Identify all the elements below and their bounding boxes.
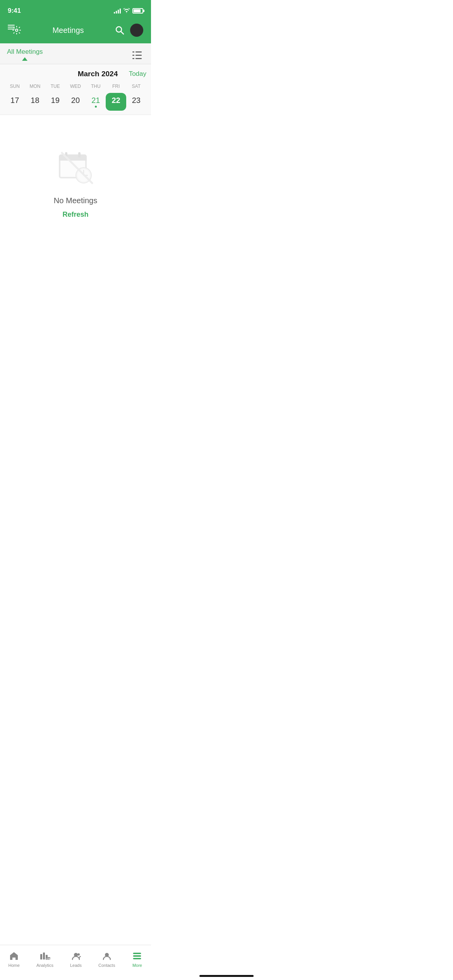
status-time: 9:41 [8, 7, 21, 15]
svg-rect-3 [136, 55, 142, 56]
header-right [115, 24, 143, 37]
calendar-day-19[interactable]: 19 [45, 93, 65, 111]
month-year-label: March 2024 [67, 70, 129, 78]
svg-rect-5 [132, 51, 134, 53]
main-content: No Meetings Refresh [0, 115, 151, 281]
user-avatar[interactable] [130, 24, 143, 37]
signal-icon [114, 8, 121, 14]
svg-rect-4 [136, 58, 142, 59]
filter-selector[interactable]: All Meetings [7, 48, 43, 64]
search-button[interactable] [115, 25, 125, 35]
calendar: March 2024 Today SUN MON TUE WED THU FRI… [0, 64, 151, 115]
svg-point-1 [116, 27, 122, 32]
calendar-day-17[interactable]: 17 [5, 93, 25, 111]
day-header-wed: WED [65, 82, 86, 91]
refresh-button[interactable]: Refresh [62, 211, 88, 219]
day-header-mon: MON [25, 82, 45, 91]
page-title: Meetings [52, 26, 84, 35]
calendar-day-20[interactable]: 20 [65, 93, 86, 111]
header-left [8, 23, 22, 37]
list-icon [132, 51, 142, 60]
day-header-fri: FRI [106, 82, 126, 91]
calendar-day-23[interactable]: 23 [126, 93, 146, 111]
calendar-day-21[interactable]: 21 [86, 93, 106, 111]
settings-menu-icon[interactable] [8, 23, 22, 37]
day-header-sun: SUN [5, 82, 25, 91]
svg-rect-11 [59, 158, 87, 161]
app-header: Meetings [0, 19, 151, 43]
empty-state: No Meetings Refresh [0, 115, 151, 242]
svg-rect-6 [132, 55, 134, 56]
svg-rect-2 [136, 51, 142, 53]
svg-rect-13 [78, 152, 81, 158]
calendar-week-row: 17 18 19 20 21 22 23 [5, 93, 146, 111]
wifi-icon [123, 8, 130, 14]
status-bar: 9:41 [0, 0, 151, 19]
today-button[interactable]: Today [129, 70, 146, 78]
today-dot [95, 106, 97, 108]
hamburger-icon [8, 25, 15, 29]
caret-up-icon [22, 57, 27, 61]
status-icons [114, 8, 143, 14]
svg-rect-7 [132, 58, 134, 59]
day-header-thu: THU [86, 82, 106, 91]
calendar-day-22[interactable]: 22 [106, 93, 126, 111]
list-view-button[interactable] [130, 49, 144, 63]
filter-label: All Meetings [7, 48, 43, 56]
battery-icon [132, 8, 143, 14]
no-meetings-icon [54, 146, 97, 188]
search-icon [115, 25, 125, 35]
calendar-header: March 2024 Today [5, 70, 146, 78]
day-header-tue: TUE [45, 82, 65, 91]
no-meetings-label: No Meetings [54, 196, 97, 205]
day-header-sat: SAT [126, 82, 146, 91]
filter-bar: All Meetings [0, 43, 151, 64]
calendar-day-18[interactable]: 18 [25, 93, 45, 111]
svg-point-0 [15, 29, 18, 31]
day-headers: SUN MON TUE WED THU FRI SAT [5, 82, 146, 91]
